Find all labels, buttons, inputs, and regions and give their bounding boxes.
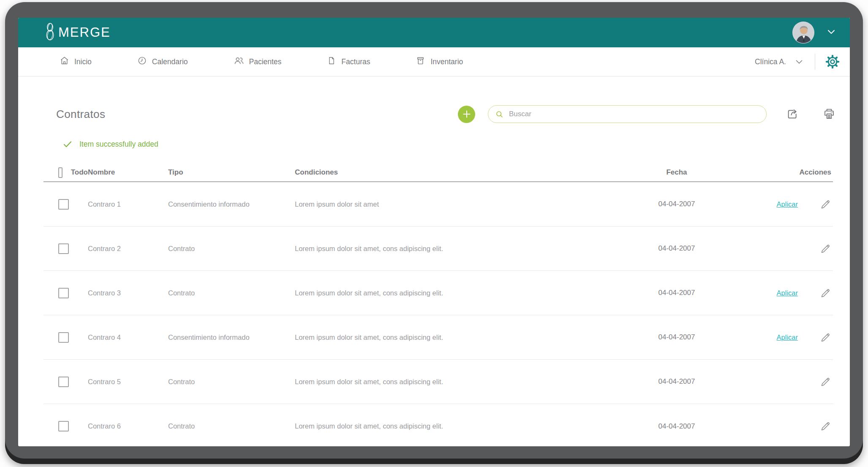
row-checkbox[interactable] — [58, 421, 69, 431]
edit-pencil-icon[interactable] — [820, 287, 831, 299]
app-header: MERGE — [18, 18, 850, 47]
nav-item-calendario[interactable]: Calendario — [137, 56, 188, 68]
clock-icon — [137, 56, 147, 68]
nav-item-pacientes[interactable]: Pacientes — [234, 56, 282, 68]
chevron-down-icon[interactable] — [825, 26, 837, 39]
merge-logo: MERGE — [44, 22, 111, 43]
col-condiciones: Condiciones — [295, 168, 634, 177]
table-row: Contraro 3 Contrato Lorem ipsum dolor si… — [44, 271, 833, 315]
nav-item-inventario[interactable]: Inventario — [416, 56, 463, 68]
nav-items: Inicio Calendario Pacientes — [18, 56, 463, 68]
success-message-text: Item successfully added — [79, 140, 158, 149]
cell-nombre: Contraro 2 — [88, 245, 168, 253]
nav-label: Pacientes — [249, 57, 282, 66]
cell-tipo: Contrato — [168, 422, 295, 430]
nav-label: Facturas — [341, 57, 370, 66]
edit-pencil-icon[interactable] — [820, 199, 831, 210]
contracts-table: Todo Nombre Tipo Condiciones Fecha Accio… — [44, 164, 833, 446]
cell-tipo: Contrato — [168, 245, 295, 253]
col-acciones: Acciones — [719, 168, 833, 177]
aplicar-link[interactable]: Aplicar — [777, 200, 798, 208]
search-input[interactable] — [508, 109, 759, 119]
row-checkbox[interactable] — [58, 332, 69, 343]
print-button[interactable] — [822, 107, 836, 121]
nav-right: Clínica A. — [755, 54, 850, 70]
user-menu[interactable] — [792, 22, 837, 44]
row-checkbox[interactable] — [58, 377, 69, 387]
cell-fecha: 04-04-2007 — [634, 289, 719, 297]
device-frame: MERGE — [5, 2, 863, 464]
cell-nombre: Contraro 6 — [88, 422, 168, 430]
col-tipo: Tipo — [168, 168, 295, 177]
cell-condiciones: Lorem ipsum dolor sit amet, cons adipisc… — [295, 422, 634, 430]
nav-label: Calendario — [152, 57, 188, 66]
aplicar-link[interactable]: Aplicar — [777, 333, 798, 341]
cell-fecha: 04-04-2007 — [634, 200, 719, 208]
cell-condiciones: Lorem ipsum dolor sit amet, cons adipisc… — [295, 289, 634, 297]
row-checkbox[interactable] — [58, 243, 69, 254]
aplicar-link[interactable]: Aplicar — [777, 289, 798, 297]
select-all-checkbox[interactable] — [58, 167, 63, 178]
inventory-icon — [416, 56, 425, 68]
nav-item-facturas[interactable]: Facturas — [327, 56, 370, 68]
table-row: Contraro 4 Consentimiento informado Lore… — [44, 315, 833, 360]
success-message: Item successfully added — [63, 139, 850, 149]
edit-pencil-icon[interactable] — [820, 332, 831, 343]
row-checkbox[interactable] — [58, 199, 69, 210]
home-icon — [60, 56, 69, 68]
page-toolbar: Contratos — [18, 105, 850, 123]
table-row: Contraro 1 Consentimiento informado Lore… — [44, 182, 833, 227]
page-title: Contratos — [56, 108, 105, 121]
cell-tipo: Consentimiento informado — [168, 333, 295, 341]
table-header-row: Todo Nombre Tipo Condiciones Fecha Accio… — [44, 164, 833, 182]
cell-condiciones: Lorem ipsum dolor sit amet, cons adipisc… — [295, 378, 634, 386]
patients-icon — [234, 56, 244, 68]
nav-item-inicio[interactable]: Inicio — [60, 56, 92, 68]
cell-tipo: Contrato — [168, 378, 295, 386]
cell-condiciones: Lorem ipsum dolor sit amet, cons adipisc… — [295, 245, 634, 253]
add-item-button[interactable] — [458, 106, 475, 123]
table-row: Contraro 6 Contrato Lorem ipsum dolor si… — [44, 404, 833, 446]
cell-condiciones: Lorem ipsum dolor sit amet, cons adipisc… — [295, 333, 634, 341]
table-row: Contraro 5 Contrato Lorem ipsum dolor si… — [44, 360, 833, 404]
edit-pencil-icon[interactable] — [820, 421, 831, 432]
cell-nombre: Contraro 1 — [88, 200, 168, 208]
user-avatar[interactable] — [792, 22, 814, 44]
cell-nombre: Contraro 3 — [88, 289, 168, 297]
document-icon — [327, 56, 336, 68]
cell-fecha: 04-04-2007 — [634, 244, 719, 253]
clinic-selector-label[interactable]: Clínica A. — [755, 57, 786, 66]
cell-tipo: Consentimiento informado — [168, 200, 295, 208]
cell-fecha: 04-04-2007 — [634, 333, 719, 341]
search-icon — [495, 110, 504, 119]
cell-nombre: Contraro 4 — [88, 333, 168, 341]
export-button[interactable] — [786, 107, 799, 121]
gear-icon[interactable] — [825, 55, 840, 69]
edit-pencil-icon[interactable] — [820, 243, 831, 254]
edit-pencil-icon[interactable] — [820, 376, 831, 388]
cell-condiciones: Lorem ipsum dolor sit amet — [295, 200, 634, 208]
col-todo: Todo — [71, 168, 88, 177]
cell-fecha: 04-04-2007 — [634, 422, 719, 431]
divider — [815, 54, 815, 70]
cell-tipo: Contrato — [168, 289, 295, 297]
check-icon — [63, 139, 73, 149]
main-nav: Inicio Calendario Pacientes — [18, 47, 850, 76]
search-box[interactable] — [488, 105, 767, 123]
cell-nombre: Contraro 5 — [88, 378, 168, 386]
chevron-down-icon[interactable] — [794, 56, 805, 67]
app-screen: MERGE — [18, 18, 850, 446]
merge-logo-text: MERGE — [58, 25, 111, 40]
nav-label: Inventario — [430, 57, 463, 66]
cell-fecha: 04-04-2007 — [634, 377, 719, 386]
col-fecha: Fecha — [634, 168, 719, 177]
table-row: Contraro 2 Contrato Lorem ipsum dolor si… — [44, 227, 833, 271]
row-checkbox[interactable] — [58, 288, 69, 298]
col-nombre: Nombre — [88, 168, 168, 177]
merge-logo-icon — [44, 22, 56, 43]
nav-label: Inicio — [74, 57, 92, 66]
